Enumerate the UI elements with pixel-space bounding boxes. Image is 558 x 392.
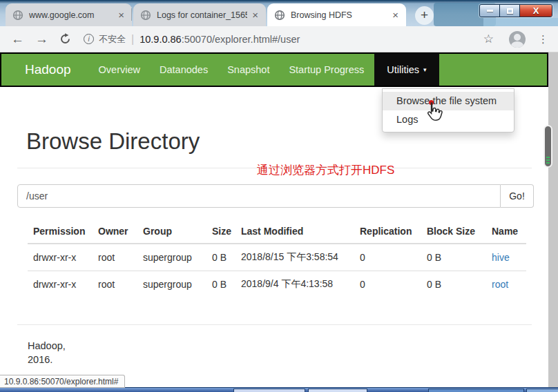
tab-title: Browsing HDFS bbox=[291, 10, 387, 20]
restore-button[interactable] bbox=[500, 5, 520, 17]
browser-tab-google[interactable]: www.google.com × bbox=[6, 3, 132, 26]
cell-permission: drwxr-xr-x bbox=[28, 271, 93, 298]
files-table: Permission Owner Group Size Last Modifie… bbox=[28, 219, 526, 297]
taskbar[interactable] bbox=[0, 387, 558, 392]
nav-item-snapshot[interactable]: Snapshot bbox=[218, 54, 279, 86]
info-icon[interactable]: i bbox=[84, 34, 94, 44]
avatar-head bbox=[514, 34, 521, 41]
url-host: 10.9.0.86 bbox=[140, 34, 181, 45]
browser-window: www.google.com × Logs for container_1565… bbox=[0, 0, 558, 392]
tab-title: www.google.com bbox=[29, 10, 113, 20]
globe-icon bbox=[12, 10, 23, 21]
tab-close-icon[interactable]: × bbox=[116, 9, 126, 21]
column-header-last-modified: Last Modified bbox=[235, 219, 354, 244]
bookmark-star-icon[interactable]: ☆ bbox=[483, 32, 494, 46]
browser-menu-icon[interactable]: ⋮ bbox=[538, 33, 548, 46]
path-input-group: Go! bbox=[17, 184, 534, 208]
cell-group: supergroup bbox=[137, 244, 206, 271]
hadoop-navbar: Hadoop Overview Datanodes Snapshot Start… bbox=[0, 52, 548, 87]
scroll-indicator-stripe bbox=[546, 157, 550, 158]
page-title: Browse Directory bbox=[26, 128, 200, 155]
taskbar-window-button[interactable] bbox=[526, 389, 558, 392]
tab-close-icon[interactable]: × bbox=[390, 9, 401, 21]
hadoop-brand[interactable]: Hadoop bbox=[25, 62, 71, 77]
globe-icon bbox=[274, 10, 285, 21]
utilities-dropdown: Browse the file system Logs bbox=[382, 88, 514, 133]
browser-toolbar: ← → i 不安全 | 10.9.0.86:50070/explorer.htm… bbox=[0, 26, 558, 52]
cell-modified: 2018/9/4 下午4:13:58 bbox=[235, 271, 354, 298]
tab-close-icon[interactable]: × bbox=[250, 9, 260, 21]
scroll-indicator-stripe bbox=[546, 159, 550, 161]
column-header-owner: Owner bbox=[93, 219, 137, 244]
globe-icon bbox=[140, 10, 151, 21]
divider bbox=[17, 324, 532, 325]
back-button[interactable]: ← bbox=[11, 32, 24, 47]
window-controls: X bbox=[479, 4, 552, 17]
scrollbar-thumb[interactable] bbox=[543, 125, 552, 168]
cell-permission: drwxr-xr-x bbox=[28, 244, 93, 271]
nav-item-datanodes[interactable]: Datanodes bbox=[150, 54, 218, 86]
table-row: drwxr-xr-x root supergroup 0 B 2018/9/4 … bbox=[28, 271, 526, 298]
page-scrollbar[interactable] bbox=[548, 52, 558, 387]
footer-text: Hadoop, bbox=[28, 340, 66, 351]
column-header-group: Group bbox=[137, 219, 206, 244]
column-header-permission: Permission bbox=[28, 219, 93, 244]
utilities-label: Utilities bbox=[387, 64, 419, 75]
browser-tab-hdfs-active[interactable]: Browsing HDFS × bbox=[267, 3, 406, 26]
path-input[interactable] bbox=[17, 184, 501, 208]
cell-block-size: 0 B bbox=[421, 271, 486, 298]
column-header-replication: Replication bbox=[354, 219, 421, 244]
omnibox-divider: | bbox=[131, 33, 134, 46]
cell-replication: 0 bbox=[354, 244, 421, 271]
annotation-text: 通过浏览器方式打开HDFS bbox=[257, 162, 394, 178]
cell-modified: 2018/8/15 下午3:58:54 bbox=[235, 244, 354, 271]
minimize-button[interactable] bbox=[480, 5, 500, 17]
tab-divider bbox=[131, 8, 132, 21]
status-bar: 10.9.0.86:50070/explorer.html# bbox=[0, 375, 125, 388]
file-link-hive[interactable]: hive bbox=[492, 252, 510, 263]
taskbar-window-button[interactable] bbox=[428, 389, 524, 392]
tab-strip: www.google.com × Logs for container_1565… bbox=[0, 0, 558, 26]
cell-owner: root bbox=[93, 244, 137, 271]
reload-button[interactable] bbox=[59, 33, 71, 45]
footer-text: 2016. bbox=[28, 354, 52, 365]
nav-item-utilities[interactable]: Utilities ▾ bbox=[374, 54, 439, 86]
minimize-icon bbox=[487, 10, 493, 12]
cell-group: supergroup bbox=[137, 271, 206, 298]
file-link-root[interactable]: root bbox=[492, 279, 508, 290]
cell-block-size: 0 B bbox=[421, 244, 486, 271]
nav-item-overview[interactable]: Overview bbox=[89, 54, 150, 86]
column-header-name: Name bbox=[486, 219, 526, 244]
dropdown-item-logs[interactable]: Logs bbox=[383, 110, 514, 129]
table-row: drwxr-xr-x root supergroup 0 B 2018/8/15… bbox=[28, 244, 526, 271]
chevron-down-icon: ▾ bbox=[423, 66, 427, 73]
hand-cursor-icon bbox=[424, 101, 443, 122]
close-button[interactable]: X bbox=[520, 5, 552, 17]
tab-title: Logs for container_1565 bbox=[157, 10, 247, 20]
nav-item-startup-progress[interactable]: Startup Progress bbox=[279, 54, 374, 86]
desktop-wallpaper bbox=[483, 18, 558, 26]
column-header-block-size: Block Size bbox=[421, 219, 486, 244]
close-icon: X bbox=[533, 6, 539, 16]
url-text[interactable]: 10.9.0.86:50070/explorer.html#/user bbox=[140, 34, 300, 45]
scroll-indicator-stripe bbox=[546, 162, 550, 164]
restore-icon bbox=[507, 8, 513, 14]
security-label: 不安全 bbox=[99, 33, 126, 46]
table-header-row: Permission Owner Group Size Last Modifie… bbox=[28, 219, 526, 244]
cell-size: 0 B bbox=[206, 271, 235, 298]
forward-button[interactable]: → bbox=[35, 32, 48, 47]
taskbar-window-button[interactable] bbox=[233, 389, 305, 392]
browser-tab-logs[interactable]: Logs for container_1565 × bbox=[133, 3, 266, 26]
url-path: :50070/explorer.html#/user bbox=[182, 34, 300, 45]
go-button[interactable]: Go! bbox=[501, 184, 534, 208]
dropdown-item-browse-file-system[interactable]: Browse the file system bbox=[383, 92, 514, 110]
new-tab-button[interactable]: + bbox=[415, 6, 434, 25]
taskbar-window-button[interactable] bbox=[308, 389, 367, 392]
cell-replication: 0 bbox=[354, 271, 421, 298]
cell-size: 0 B bbox=[206, 244, 235, 271]
column-header-size: Size bbox=[206, 219, 235, 244]
cell-owner: root bbox=[93, 271, 137, 298]
avatar-body bbox=[511, 41, 523, 48]
profile-avatar[interactable] bbox=[509, 31, 526, 48]
